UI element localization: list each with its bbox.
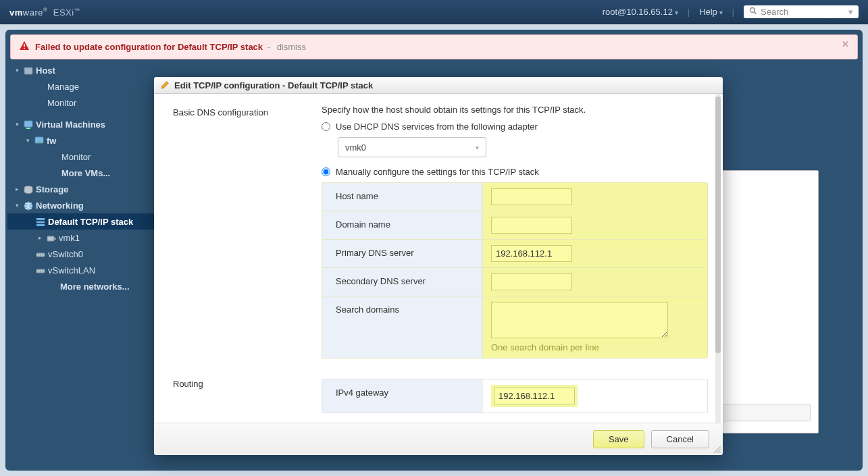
section-routing-label: Routing <box>165 376 322 413</box>
domain-name-label: Domain name <box>322 211 483 239</box>
networking-icon <box>22 200 34 211</box>
nav-vswitch0[interactable]: vSwitch0 <box>7 246 163 262</box>
expand-icon[interactable]: ▸ <box>11 186 22 192</box>
error-alert: Failed to update configuration for Defau… <box>10 34 858 59</box>
svg-rect-5 <box>24 68 32 74</box>
svg-rect-12 <box>36 218 45 220</box>
alert-dismiss-link[interactable]: dismiss <box>277 42 306 52</box>
primary-dns-input[interactable] <box>491 245 572 262</box>
svg-point-23 <box>40 270 41 271</box>
search-placeholder: Search <box>761 7 788 17</box>
ipv4-gateway-row: IPv4 gateway <box>322 379 708 413</box>
dialog-footer: Save Cancel <box>154 423 723 455</box>
manual-radio[interactable] <box>322 167 330 176</box>
top-bar: vmware® ESXi™ root@10.16.65.12 | Help | … <box>0 0 868 24</box>
adapter-selected-value: vmk0 <box>345 142 366 153</box>
scrollbar-thumb[interactable] <box>715 97 721 353</box>
resize-grip-icon[interactable] <box>713 446 721 454</box>
chevron-down-icon: ▾ <box>476 144 479 151</box>
nav-virtual-machines[interactable]: ▾ Virtual Machines <box>7 116 163 132</box>
dhcp-radio-label: Use DHCP DNS services from the following… <box>336 122 538 132</box>
svg-rect-16 <box>54 238 56 240</box>
ipv4-gateway-label: IPv4 gateway <box>322 379 483 413</box>
vm-running-icon <box>33 135 45 146</box>
secondary-dns-label: Secondary DNS server <box>322 268 483 296</box>
user-menu[interactable]: root@10.16.65.12 <box>603 7 678 17</box>
nav-host[interactable]: ▾ Host <box>7 62 163 78</box>
warning-icon <box>19 41 30 53</box>
separator: | <box>688 7 690 17</box>
dhcp-radio-row[interactable]: Use DHCP DNS services from the following… <box>322 122 708 132</box>
svg-rect-4 <box>24 48 25 49</box>
nav-monitor[interactable]: Monitor <box>7 95 163 111</box>
adapter-select[interactable]: vmk0 ▾ <box>338 137 486 157</box>
svg-rect-14 <box>36 224 45 226</box>
secondary-dns-input[interactable] <box>491 273 572 290</box>
host-icon <box>22 65 34 76</box>
save-button[interactable]: Save <box>593 430 644 448</box>
svg-rect-15 <box>47 236 54 241</box>
help-menu[interactable]: Help <box>699 7 723 17</box>
dialog-title-text: Edit TCP/IP configuration - Default TCP/… <box>174 80 373 90</box>
nav-manage[interactable]: Manage <box>7 78 163 95</box>
vm-icon <box>22 119 34 130</box>
chevron-down-icon: ▾ <box>848 7 853 17</box>
vmkernel-nic-icon <box>45 232 57 243</box>
alert-close-button[interactable]: ✕ <box>842 39 849 49</box>
nav-more-vms[interactable]: More VMs... <box>7 165 163 181</box>
expand-icon[interactable]: ▸ <box>34 234 45 241</box>
nav-vswitchlan[interactable]: vSwitchLAN <box>7 262 163 278</box>
vswitch-icon <box>34 248 46 259</box>
collapse-icon[interactable]: ▾ <box>22 137 33 144</box>
svg-rect-3 <box>24 44 25 47</box>
navigation-sidebar: ▾ Host Manage Monitor ▾ Virtual Machines… <box>7 62 163 469</box>
search-icon <box>749 7 757 17</box>
nav-storage[interactable]: ▸ Storage <box>7 181 163 197</box>
manual-settings-table: Host name Domain name Primary DNS server <box>322 182 708 359</box>
domain-name-input[interactable] <box>491 217 572 234</box>
svg-rect-7 <box>26 128 30 129</box>
nav-fw-monitor[interactable]: Monitor <box>7 149 163 165</box>
alert-dash: - <box>265 42 273 52</box>
nav-vmk1[interactable]: ▸ vmk1 <box>7 230 163 246</box>
primary-dns-label: Primary DNS server <box>322 240 483 267</box>
search-domains-hint: One search domain per line <box>491 342 699 352</box>
search-domains-textarea[interactable] <box>491 302 668 338</box>
collapse-icon[interactable]: ▾ <box>11 67 22 74</box>
svg-point-0 <box>750 8 755 13</box>
edit-icon <box>161 80 170 91</box>
collapse-icon[interactable]: ▾ <box>11 121 22 128</box>
brand-logo: vmware® ESXi™ <box>9 7 80 18</box>
svg-point-18 <box>38 254 39 255</box>
section-basic-dns-label: Basic DNS configuration <box>165 105 322 359</box>
svg-point-24 <box>42 270 43 271</box>
nav-default-tcpip-stack[interactable]: Default TCP/IP stack <box>7 213 163 230</box>
storage-icon <box>22 184 34 194</box>
dhcp-radio[interactable] <box>322 122 330 131</box>
svg-point-22 <box>38 270 39 271</box>
vswitch-icon <box>34 265 46 275</box>
nav-more-networks[interactable]: More networks... <box>7 278 163 294</box>
svg-line-1 <box>755 12 757 14</box>
search-domains-label: Search domains <box>322 296 483 358</box>
tcpip-stack-icon <box>34 216 46 227</box>
edit-tcpip-dialog: Edit TCP/IP configuration - Default TCP/… <box>154 77 723 455</box>
manual-radio-row[interactable]: Manually configure the settings for this… <box>322 167 708 177</box>
nav-networking[interactable]: ▾ Networking <box>7 197 163 213</box>
ipv4-gateway-input[interactable] <box>494 388 575 404</box>
global-search[interactable]: Search ▾ <box>744 5 859 18</box>
svg-point-19 <box>40 254 41 255</box>
svg-rect-13 <box>36 221 45 223</box>
host-name-input[interactable] <box>491 188 572 205</box>
cancel-button[interactable]: Cancel <box>651 430 709 448</box>
dialog-scrollbar[interactable] <box>715 94 721 425</box>
svg-rect-6 <box>24 121 32 127</box>
nav-fw-vm[interactable]: ▾ fw <box>7 132 163 149</box>
collapse-icon[interactable]: ▾ <box>11 202 22 209</box>
alert-message: Failed to update configuration for Defau… <box>35 42 263 52</box>
svg-point-20 <box>42 254 43 255</box>
section-description: Specify how the host should obtain its s… <box>322 105 708 115</box>
dialog-body: Basic DNS configuration Specify how the … <box>154 94 723 423</box>
separator: | <box>732 7 734 17</box>
dialog-titlebar[interactable]: Edit TCP/IP configuration - Default TCP/… <box>154 77 723 94</box>
